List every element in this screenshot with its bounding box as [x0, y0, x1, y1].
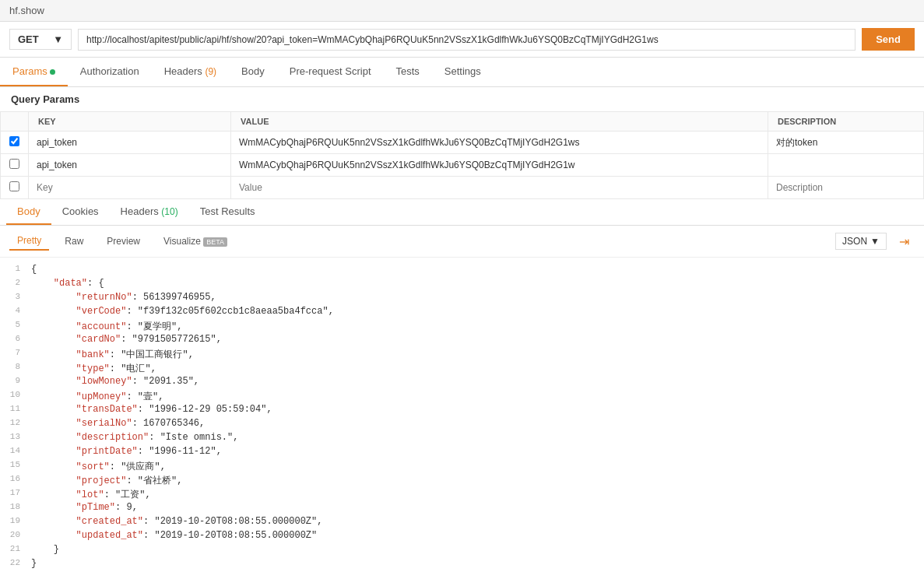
json-line: 21 } [0, 544, 924, 558]
row3-checkbox[interactable] [9, 181, 19, 191]
table-row [1, 154, 924, 177]
row2-value-input[interactable] [239, 160, 760, 170]
format-preview-btn[interactable]: Preview [99, 233, 148, 250]
send-button[interactable]: Send [862, 28, 915, 51]
tab-authorization-label: Authorization [80, 65, 139, 77]
tab-tests[interactable]: Tests [384, 58, 432, 86]
tab-body[interactable]: Body [229, 58, 277, 86]
query-params-title: Query Params [0, 87, 924, 111]
line-number: 16 [3, 474, 31, 483]
line-number: 8 [3, 362, 31, 371]
selected-format-label: JSON [842, 236, 867, 247]
line-content: "pTime": 9, [31, 502, 921, 513]
resp-tab-test-results-label: Test Results [200, 205, 255, 217]
params-dot [50, 69, 55, 75]
format-pretty-btn[interactable]: Pretty [9, 232, 49, 251]
line-content: } [31, 544, 921, 555]
line-number: 21 [3, 544, 31, 553]
resp-tab-headers[interactable]: Headers (10) [110, 199, 189, 225]
tab-pre-request[interactable]: Pre-request Script [277, 58, 384, 86]
params-table: KEY VALUE DESCRIPTION [0, 111, 924, 199]
tab-authorization[interactable]: Authorization [68, 58, 152, 86]
line-number: 7 [3, 348, 31, 357]
response-tabs: Body Cookies Headers (10) Test Results [0, 199, 924, 226]
method-chevron: ▼ [53, 33, 63, 45]
row2-desc-input[interactable] [776, 160, 915, 170]
tab-settings[interactable]: Settings [432, 58, 494, 86]
tab-params-label: Params [12, 65, 47, 77]
beta-badge: BETA [203, 237, 227, 247]
method-selector[interactable]: GET ▼ [9, 29, 72, 50]
line-content: "returnNo": 561399746955, [31, 292, 921, 303]
resp-tab-cookies[interactable]: Cookies [51, 199, 110, 225]
json-line: 15 "sort": "供应商", [0, 460, 924, 474]
tab-headers-label: Headers [164, 65, 206, 77]
line-content: "transDate": "1996-12-29 05:59:04", [31, 404, 921, 415]
row1-checkbox[interactable] [9, 136, 19, 146]
tab-params[interactable]: Params [0, 58, 68, 86]
line-content: "sort": "供应商", [31, 460, 921, 473]
line-content: "printDate": "1996-11-12", [31, 446, 921, 457]
resp-tab-body[interactable]: Body [6, 199, 51, 225]
json-line: 16 "project": "省社桥", [0, 474, 924, 488]
url-input[interactable] [78, 29, 855, 51]
json-line: 9 "lowMoney": "2091.35", [0, 376, 924, 390]
line-number: 15 [3, 460, 31, 469]
wrap-button[interactable]: ⇥ [893, 230, 915, 252]
resp-tab-body-label: Body [17, 205, 40, 217]
format-visualize-btn[interactable]: Visualize BETA [156, 233, 235, 250]
json-format-select[interactable]: JSON ▼ [835, 233, 887, 250]
table-row [1, 177, 924, 199]
row1-value-input[interactable] [239, 137, 760, 148]
json-line: 13 "description": "Iste omnis.", [0, 432, 924, 446]
line-content: "type": "电汇", [31, 362, 921, 375]
row2-key-input[interactable] [37, 160, 223, 170]
line-content: "created_at": "2019-10-20T08:08:55.00000… [31, 516, 921, 527]
json-line: 12 "serialNo": 1670765346, [0, 418, 924, 432]
line-content: "updated_at": "2019-10-20T08:08:55.00000… [31, 530, 921, 541]
json-line: 20 "updated_at": "2019-10-20T08:08:55.00… [0, 530, 924, 544]
line-number: 9 [3, 376, 31, 385]
line-content: "lot": "工资", [31, 488, 921, 501]
line-number: 1 [3, 264, 31, 273]
col-checkbox [1, 112, 29, 132]
json-line: 10 "upMoney": "壹", [0, 390, 924, 404]
line-content: "cardNo": "9791505772615", [31, 334, 921, 345]
format-raw-btn[interactable]: Raw [57, 233, 91, 250]
line-content: "description": "Iste omnis.", [31, 432, 921, 443]
resp-headers-badge: (10) [161, 206, 177, 217]
format-chevron: ▼ [870, 236, 880, 247]
line-content: "serialNo": 1670765346, [31, 418, 921, 429]
row2-checkbox[interactable] [9, 159, 19, 169]
tab-headers[interactable]: Headers (9) [152, 58, 229, 86]
line-content: "verCode": "f39f132c05f602ccb1c8aeaa5ba4… [31, 306, 921, 317]
line-number: 13 [3, 432, 31, 441]
line-number: 4 [3, 306, 31, 315]
json-line: 17 "lot": "工资", [0, 488, 924, 502]
request-tabs: Params Authorization Headers (9) Body Pr… [0, 58, 924, 87]
row3-desc-input[interactable] [776, 182, 915, 193]
json-line: 8 "type": "电汇", [0, 362, 924, 376]
line-number: 2 [3, 278, 31, 287]
tab-settings-label: Settings [444, 65, 481, 77]
row1-desc-input[interactable] [776, 137, 915, 148]
json-line: 1{ [0, 264, 924, 278]
col-description: DESCRIPTION [768, 112, 924, 132]
url-bar: GET ▼ Send [0, 22, 924, 58]
table-row [1, 132, 924, 154]
row1-key-input[interactable] [37, 137, 223, 148]
json-line: 5 "account": "夏学明", [0, 320, 924, 334]
json-line: 6 "cardNo": "9791505772615", [0, 334, 924, 348]
row3-key-input[interactable] [37, 182, 223, 193]
line-number: 17 [3, 488, 31, 497]
line-number: 3 [3, 292, 31, 301]
json-line: 19 "created_at": "2019-10-20T08:08:55.00… [0, 516, 924, 530]
resp-tab-test-results[interactable]: Test Results [189, 199, 266, 225]
app-title: hf.show [9, 5, 44, 16]
resp-tab-cookies-label: Cookies [62, 205, 99, 217]
json-line: 11 "transDate": "1996-12-29 05:59:04", [0, 404, 924, 418]
json-line: 22} [0, 558, 924, 572]
row3-value-input[interactable] [239, 182, 760, 193]
line-content: { [31, 264, 921, 275]
json-response-area: 1{2 "data": {3 "returnNo": 561399746955,… [0, 258, 924, 578]
